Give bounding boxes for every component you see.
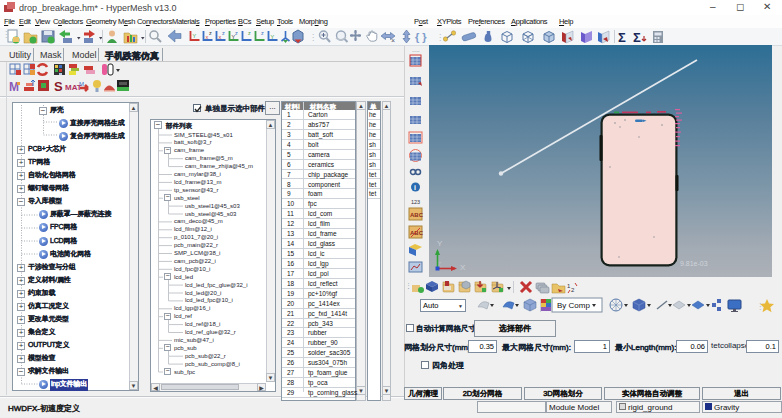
svg-text:i: i: [414, 184, 416, 191]
svg-text:ABC: ABC: [410, 212, 424, 218]
svg-text:X: X: [460, 263, 466, 272]
svg-text:⋮: ⋮: [405, 282, 412, 289]
svg-text:⋮: ⋮: [756, 302, 764, 311]
svg-text:9.81e-03: 9.81e-03: [680, 260, 708, 267]
svg-text:2: 2: [571, 287, 575, 293]
svg-text:Y: Y: [437, 239, 443, 248]
svg-text:123: 123: [411, 199, 420, 205]
svg-text:....: ....: [412, 46, 420, 53]
